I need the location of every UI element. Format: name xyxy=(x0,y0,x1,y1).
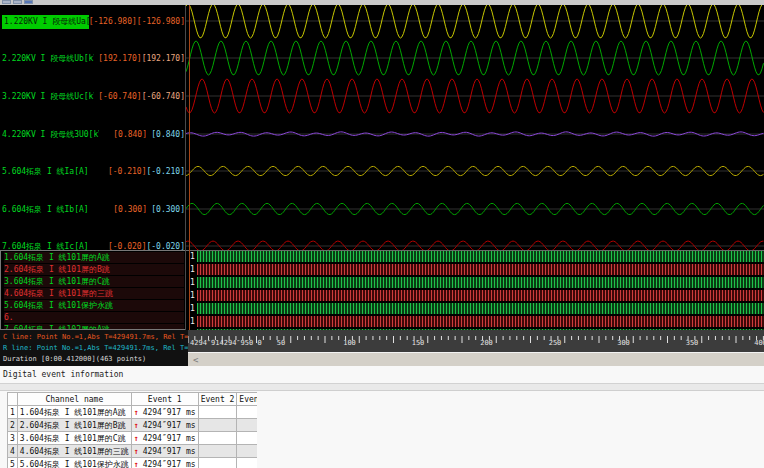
axis-origin-label: 4294″914294″950 0 xyxy=(190,339,262,347)
digital-state-value: 1 xyxy=(190,251,195,262)
row-number: 5 xyxy=(8,458,18,468)
digital-event-table-wrap: Channel nameEvent 1Event 2Event 3 11.604… xyxy=(7,392,257,468)
table-row[interactable]: 44.604拓泉 I 线101屏的三跳↑4294″917 ms xyxy=(8,445,258,458)
time-ruler: 4294″914294″950 0 5010015020025030035040… xyxy=(188,330,764,352)
digital-channel-row[interactable]: 5.604拓泉 I 线101保护永跳 xyxy=(4,300,184,311)
toolbar-button[interactable] xyxy=(13,0,22,4)
digital-state-bar xyxy=(197,290,764,301)
analog-channel-row[interactable]: 5.604拓泉 I 线Ia[A][-0.210][-0.210] xyxy=(2,165,185,178)
toolbar-button[interactable] xyxy=(24,0,33,4)
event2-cell xyxy=(198,432,237,445)
r-cursor-value: [-0.210] xyxy=(146,166,185,178)
rising-edge-icon: ↑ xyxy=(134,434,139,443)
digital-state-value: 1 xyxy=(190,303,195,314)
digital-state-value: 1 xyxy=(190,316,195,327)
wave-viewer-window: 1.220KV I 段母线Ua[kV][-126.980][-126.980]2… xyxy=(0,0,764,468)
digital-bar-row: 1 xyxy=(186,251,764,262)
table-header-cell: Event 2 xyxy=(198,393,237,406)
rising-edge-icon: ↑ xyxy=(134,408,139,417)
channel-name-label: 5.604拓泉 I 线Ia[A] xyxy=(2,166,98,178)
event3-cell xyxy=(237,458,257,468)
r-cursor-value: [0.300] xyxy=(147,204,185,216)
rising-edge-icon: ↑ xyxy=(134,447,139,456)
c-cursor-value: [0.300] xyxy=(99,204,147,216)
event1-cell: ↑4294″917 ms xyxy=(131,406,198,419)
digital-bar-row: 1 xyxy=(186,316,764,327)
digital-channel-row[interactable]: 4.604拓泉 I 线101屏的三跳 xyxy=(4,288,184,299)
digital-event-section: Digital event information Channel nameEv… xyxy=(0,366,764,468)
digital-state-bar xyxy=(197,251,764,262)
time-axis-area: 4294″914294″950 0 5010015020025030035040… xyxy=(188,330,764,366)
channel-name-label: 6.604拓泉 I 线Ib[A] xyxy=(2,204,99,216)
table-header-cell: Event 1 xyxy=(131,393,198,406)
digital-state-value: 1 xyxy=(190,277,195,288)
digital-event-table: Channel nameEvent 1Event 2Event 3 11.604… xyxy=(7,392,257,468)
digital-bar-row: 1 xyxy=(186,277,764,288)
axis-tick-label: 50 xyxy=(277,339,285,347)
waveform-plot-area[interactable]: 1111111 xyxy=(186,5,764,330)
duration-status: Duration [0:00.412000](463 points) xyxy=(3,354,188,364)
r-line-status: R line: Point No.=1,Abs T=429491.7ms, Re… xyxy=(3,343,188,353)
event-time: 4294″917 ms xyxy=(143,447,196,456)
rising-edge-icon: ↑ xyxy=(134,421,139,430)
event1-cell: ↑4294″917 ms xyxy=(131,432,198,445)
horizontal-scrollbar[interactable]: < xyxy=(188,352,764,366)
scroll-left-icon[interactable]: < xyxy=(193,354,198,366)
event1-cell: ↑4294″917 ms xyxy=(131,445,198,458)
c-line-status: C line: Point No.=1,Abs T=429491.7ms, Re… xyxy=(3,332,188,342)
analog-channel-row[interactable]: 1.220KV I 段母线Ua[kV][-126.980][-126.980] xyxy=(2,15,185,28)
event-channel-name: 3.604拓泉 I 线101屏的C跳 xyxy=(17,432,131,445)
table-header-cell xyxy=(8,393,18,406)
event2-cell xyxy=(198,458,237,468)
event-time: 4294″917 ms xyxy=(143,421,196,430)
event-time: 4294″917 ms xyxy=(143,434,196,443)
digital-channel-row[interactable]: 2.604拓泉 I 线101屏的B跳 xyxy=(4,264,184,275)
row-number: 2 xyxy=(8,419,18,432)
digital-channel-row[interactable]: 1.604拓泉 I 线101屏的A跳 xyxy=(4,252,184,263)
digital-bar-row: 1 xyxy=(186,303,764,314)
analog-channel-row[interactable]: 2.220KV I 段母线Ub[kV][192.170][192.170] xyxy=(2,52,185,65)
analog-channel-row[interactable]: 3.220KV I 段母线Uc[kV][-60.740][-60.740] xyxy=(2,90,185,103)
digital-state-value: 1 xyxy=(190,290,195,301)
row-number: 4 xyxy=(8,445,18,458)
table-row[interactable]: 11.604拓泉 I 线101屏的A跳↑4294″917 ms xyxy=(8,406,258,419)
event3-cell xyxy=(237,419,257,432)
event-channel-name: 1.604拓泉 I 线101屏的A跳 xyxy=(17,406,131,419)
axis-tick-label: 100 xyxy=(343,339,356,347)
event1-cell: ↑4294″917 ms xyxy=(131,458,198,468)
digital-bar-row: 1 xyxy=(186,264,764,275)
table-header-cell: Channel name xyxy=(17,393,131,406)
event-channel-name: 2.604拓泉 I 线101屏的B跳 xyxy=(17,419,131,432)
channel-name-label: 3.220KV I 段母线Uc[kV] xyxy=(2,91,94,103)
digital-channel-list: 1.604拓泉 I 线101屏的A跳2.604拓泉 I 线101屏的B跳3.60… xyxy=(0,250,186,330)
r-cursor-value: [-126.980] xyxy=(137,16,185,28)
time-cursor-line[interactable] xyxy=(189,5,190,330)
analog-channel-row[interactable]: 4.220KV I 段母线3U0[kV][0.840][0.840] xyxy=(2,128,185,141)
digital-state-bar xyxy=(197,264,764,275)
r-cursor-value: [192.170] xyxy=(142,53,185,65)
event1-cell: ↑4294″917 ms xyxy=(131,419,198,432)
event3-cell xyxy=(237,406,257,419)
toolbar-button[interactable] xyxy=(2,0,11,4)
waveform-main-area: 1.220KV I 段母线Ua[kV][-126.980][-126.980]2… xyxy=(0,5,764,330)
channel-name-label: 2.220KV I 段母线Ub[kV] xyxy=(2,53,94,65)
row-number: 1 xyxy=(8,406,18,419)
event-time: 4294″917 ms xyxy=(143,408,196,417)
table-row[interactable]: 33.604拓泉 I 线101屏的C跳↑4294″917 ms xyxy=(8,432,258,445)
c-cursor-value: [-0.210] xyxy=(98,166,146,178)
table-header-cell: Event 3 xyxy=(237,393,257,406)
ruler-ticks xyxy=(188,336,764,345)
digital-channel-row[interactable]: 3.604拓泉 I 线101屏的C跳 xyxy=(4,276,184,287)
axis-tick-label: 350 xyxy=(686,339,699,347)
c-cursor-value: [-126.980] xyxy=(89,16,137,28)
axis-tick-label: 250 xyxy=(549,339,562,347)
event3-cell xyxy=(237,445,257,458)
analog-channel-row[interactable]: 6.604拓泉 I 线Ib[A][0.300][0.300] xyxy=(2,203,185,216)
digital-channel-row[interactable]: 6. xyxy=(4,312,184,323)
digital-state-value: 1 xyxy=(190,264,195,275)
axis-tick-label: 300 xyxy=(617,339,630,347)
table-row[interactable]: 22.604拓泉 I 线101屏的B跳↑4294″917 ms xyxy=(8,419,258,432)
bottom-strip: C line: Point No.=1,Abs T=429491.7ms, Re… xyxy=(0,330,764,366)
table-row[interactable]: 55.604拓泉 I 线101保护永跳↑4294″917 ms xyxy=(8,458,258,468)
section-title: Digital event information xyxy=(3,370,123,379)
